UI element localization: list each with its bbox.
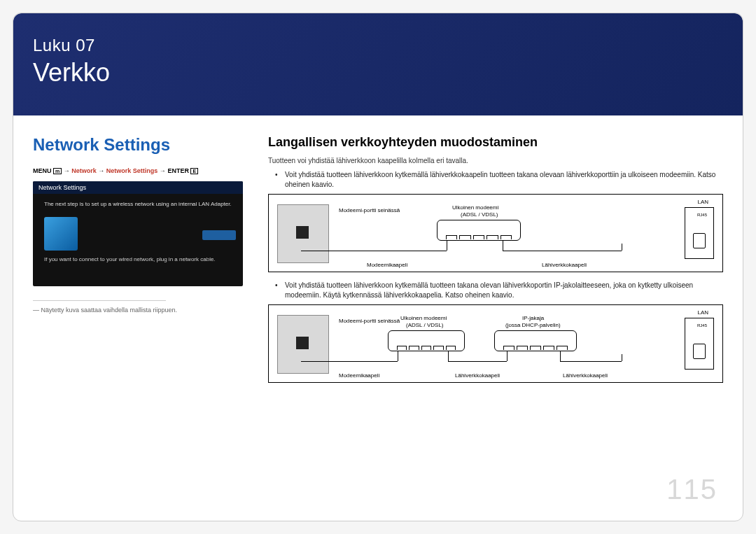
label-adsl: (ADSL / VDSL) xyxy=(461,211,498,218)
wiring-diagram-2: Modeemi-portti seinässä Ulkoinen modeemi… xyxy=(268,304,723,383)
wiring-diagram-1: Modeemi-portti seinässä Ulkoinen modeemi… xyxy=(268,194,723,272)
page-number: 115 xyxy=(666,474,718,505)
label-rj45: RJ45 xyxy=(697,323,707,328)
intro-text: Tuotteen voi yhdistää lähiverkkoon kaape… xyxy=(268,157,723,164)
label-modem-cable: Modeemikaapeli xyxy=(367,262,407,268)
tv-button-placeholder xyxy=(202,230,236,240)
external-modem-icon xyxy=(388,330,465,351)
ip-sharer-icon xyxy=(494,330,577,351)
label-wall-port: Modeemi-portti seinässä xyxy=(339,318,400,324)
enter-icon: E xyxy=(190,168,198,174)
path-network: Network xyxy=(71,167,97,174)
arrow-icon: → xyxy=(64,167,70,174)
divider xyxy=(33,300,166,301)
wall-port-icon xyxy=(277,204,329,263)
subsection-heading: Langallisen verkkoyhteyden muodostaminen xyxy=(268,135,723,150)
label-lan-cable: Lähiverkkokaapeli xyxy=(455,372,500,379)
wall-port-icon xyxy=(277,315,329,374)
label-rj45: RJ45 xyxy=(697,213,707,217)
menu-label: MENU xyxy=(33,167,52,174)
label-lan: LAN xyxy=(697,199,708,205)
footnote-dash: ― xyxy=(33,307,39,314)
right-column: Langallisen verkkoyhteyden muodostaminen… xyxy=(268,135,723,391)
tv-screenshot-title: Network Settings xyxy=(33,181,243,194)
arrow-icon: → xyxy=(98,167,104,174)
chapter-number: Luku 07 xyxy=(33,36,723,55)
enter-label: ENTER xyxy=(167,167,189,174)
bullet-2: Voit yhdistää tuotteen lähiverkkoon kytk… xyxy=(278,281,723,300)
label-lan: LAN xyxy=(697,309,708,316)
arrow-icon: → xyxy=(160,167,166,174)
bullet-list: Voit yhdistää tuotteen lähiverkkoon kytk… xyxy=(278,281,723,300)
external-modem-icon xyxy=(437,220,521,241)
tv-thumbnail-icon xyxy=(44,217,78,251)
label-dhcp: (jossa DHCP-palvelin) xyxy=(505,322,561,328)
label-modem-cable: Modeemikaapeli xyxy=(339,372,379,379)
path-network-settings: Network Settings xyxy=(106,167,158,174)
label-wall-port: Modeemi-portti seinässä xyxy=(339,207,400,213)
label-ip-sharer: IP-jakaja xyxy=(522,315,544,321)
menu-icon: m xyxy=(53,168,62,174)
chapter-title: Verkko xyxy=(33,58,723,87)
label-ext-modem: Ulkoinen modeemi xyxy=(400,315,447,321)
manual-page: Luku 07 Verkko Network Settings MENU m →… xyxy=(13,13,743,521)
tv-screenshot-text1: The next step is to set up a wireless ne… xyxy=(33,194,243,212)
chapter-banner: Luku 07 Verkko xyxy=(13,13,743,115)
bullet-1: Voit yhdistää tuotteen lähiverkkoon kytk… xyxy=(278,170,723,190)
bullet-list: Voit yhdistää tuotteen lähiverkkoon kytk… xyxy=(278,170,723,190)
footnote: ― Näytetty kuva saattaa vaihdella mallis… xyxy=(33,307,243,314)
label-lan-cable: Lähiverkkokaapeli xyxy=(542,262,587,268)
label-adsl: (ADSL / VDSL) xyxy=(406,322,444,328)
content-area: Network Settings MENU m → Network → Netw… xyxy=(13,115,743,391)
tv-screenshot: Network Settings The next step is to set… xyxy=(33,181,243,286)
tv-screenshot-text2: If you want to connect to your wired net… xyxy=(33,256,243,269)
label-lan-cable: Lähiverkkokaapeli xyxy=(563,372,608,379)
label-ext-modem: Ulkoinen modeemi xyxy=(452,204,498,211)
footnote-text: Näytetty kuva saattaa vaihdella mallista… xyxy=(41,307,178,314)
left-column: Network Settings MENU m → Network → Netw… xyxy=(33,135,243,391)
menu-path: MENU m → Network → Network Settings → EN… xyxy=(33,167,243,174)
section-heading: Network Settings xyxy=(33,135,243,155)
